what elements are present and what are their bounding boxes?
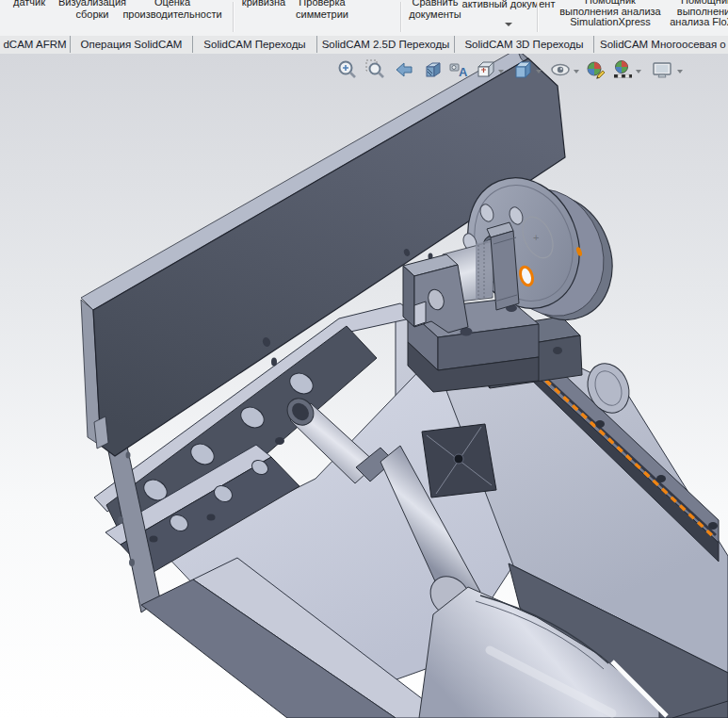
graphics-area[interactable]: +: [0, 54, 728, 718]
view-orientation-icon[interactable]: [473, 57, 497, 82]
tab-solidcam-3d[interactable]: SolidCAM 3D Переходы: [455, 36, 594, 53]
chevron-down-icon[interactable]: [676, 68, 684, 75]
tab-label: SolidCAM Переходы: [203, 39, 305, 50]
previous-view-icon[interactable]: [393, 57, 417, 82]
chevron-down-icon[interactable]: [497, 68, 505, 75]
solidworks-window: датчик Визуализация сборки Оценка произв…: [0, 0, 728, 718]
section-view-icon[interactable]: [421, 57, 445, 82]
toolbar-label: датчик: [13, 0, 45, 8]
toolbar-label: Оценка: [111, 0, 234, 8]
tab-solidcam-multiaxis[interactable]: SolidCAM Многоосевая о: [594, 36, 728, 53]
zoom-to-fit-icon[interactable]: [335, 57, 360, 82]
tab-solidcam-afrm[interactable]: dCAM AFRM: [0, 36, 71, 53]
toolbar-button-performance-evaluation[interactable]: Оценка производительности: [111, 0, 234, 20]
toolbar-label: производительности: [111, 8, 234, 21]
chevron-down-icon[interactable]: [573, 68, 580, 75]
chevron-down-icon[interactable]: [505, 23, 512, 26]
zoom-to-area-icon[interactable]: [364, 57, 388, 82]
toolbar-label: кривизна: [242, 0, 285, 8]
tab-label: SolidCAM 3D Переходы: [464, 39, 583, 50]
command-manager-toolbar: датчик Визуализация сборки Оценка произв…: [0, 0, 728, 37]
tab-solidcam-perehody[interactable]: SolidCAM Переходы: [193, 36, 317, 53]
toolbar-button-symmetry-check[interactable]: Проверка симметрии: [283, 0, 362, 20]
bearing-bracket[interactable]: [403, 254, 468, 333]
sketch-point-marker: +: [533, 232, 539, 243]
tab-label: SolidCAM 2.5D Переходы: [322, 39, 450, 50]
toolbar-separator: [537, 2, 539, 32]
toolbar-label: Проверка: [283, 0, 362, 8]
tab-solidcam-25d[interactable]: SolidCAM 2.5D Переходы: [317, 36, 455, 53]
tab-label: Операция SolidCAM: [81, 39, 183, 50]
command-manager-tabs: dCAM AFRM Операция SolidCAM SolidCAM Пер…: [0, 36, 728, 55]
cover-plate[interactable]: [422, 424, 496, 498]
tab-label: SolidCAM Многоосевая о: [600, 39, 726, 50]
toolbar-button-floxpress-wizard[interactable]: Помощник выполнения анализа FloXpr: [650, 0, 728, 28]
svg-text:A: A: [459, 65, 468, 79]
screw-head[interactable]: [454, 454, 463, 464]
tab-label: dCAM AFRM: [3, 39, 66, 50]
chevron-down-icon[interactable]: [535, 68, 542, 75]
apply-scene-icon[interactable]: [610, 57, 635, 82]
display-style-icon[interactable]: [510, 57, 535, 82]
hide-show-items-icon[interactable]: [548, 57, 573, 82]
edit-appearance-icon[interactable]: [584, 57, 608, 82]
toolbar-label: анализа FloXpr: [650, 17, 728, 28]
toolbar-label: симметрии: [283, 8, 362, 21]
annotation-view-icon[interactable]: A: [447, 57, 472, 82]
chevron-down-icon[interactable]: [635, 68, 642, 75]
view-settings-icon[interactable]: [650, 57, 674, 82]
tab-solidcam-operation[interactable]: Операция SolidCAM: [71, 36, 193, 53]
